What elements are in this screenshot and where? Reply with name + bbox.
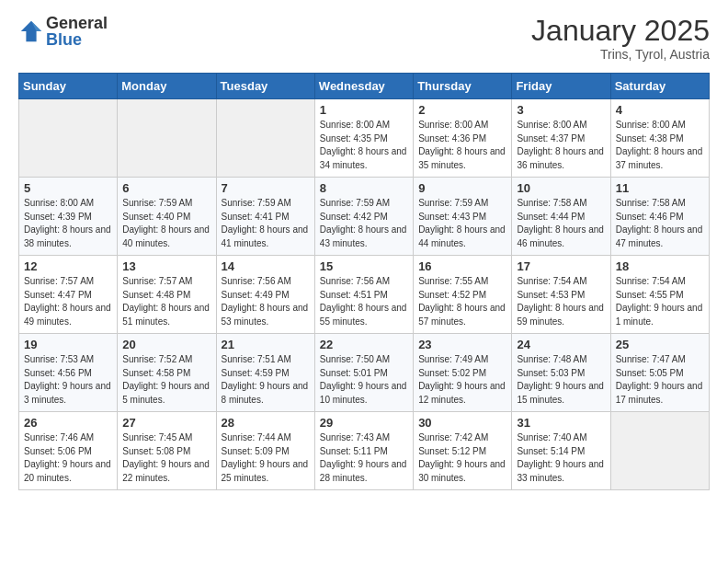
day-info: Sunrise: 7:48 AM Sunset: 5:03 PM Dayligh…: [517, 353, 605, 407]
day-number: 9: [418, 181, 506, 195]
day-info: Sunrise: 8:00 AM Sunset: 4:36 PM Dayligh…: [418, 119, 506, 172]
weekday-thursday: Thursday: [414, 74, 512, 99]
day-info: Sunrise: 7:53 AM Sunset: 4:56 PM Dayligh…: [24, 353, 112, 407]
day-number: 1: [320, 103, 408, 117]
location: Trins, Tyrol, Austria: [531, 47, 710, 62]
day-info: Sunrise: 7:57 AM Sunset: 4:48 PM Dayligh…: [122, 275, 210, 328]
calendar-cell: 22Sunrise: 7:50 AM Sunset: 5:01 PM Dayli…: [314, 334, 413, 412]
calendar-cell: 21Sunrise: 7:51 AM Sunset: 4:59 PM Dayli…: [216, 334, 314, 412]
day-number: 21: [222, 338, 310, 351]
calendar-cell: 19Sunrise: 7:53 AM Sunset: 4:56 PM Dayli…: [19, 334, 118, 412]
calendar-cell: 31Sunrise: 7:40 AM Sunset: 5:14 PM Dayli…: [512, 412, 610, 490]
weekday-header-row: SundayMondayTuesdayWednesdayThursdayFrid…: [19, 74, 710, 99]
calendar-cell: 11Sunrise: 7:58 AM Sunset: 4:46 PM Dayli…: [610, 178, 709, 256]
day-number: 3: [517, 103, 605, 117]
calendar-cell: [216, 99, 314, 178]
calendar-cell: 2Sunrise: 8:00 AM Sunset: 4:36 PM Daylig…: [414, 99, 512, 178]
day-number: 28: [222, 416, 310, 430]
calendar-week-3: 12Sunrise: 7:57 AM Sunset: 4:47 PM Dayli…: [19, 256, 710, 334]
day-info: Sunrise: 7:58 AM Sunset: 4:46 PM Dayligh…: [616, 197, 704, 250]
day-info: Sunrise: 7:42 AM Sunset: 5:12 PM Dayligh…: [418, 431, 506, 485]
day-number: 4: [616, 103, 704, 117]
calendar-cell: 15Sunrise: 7:56 AM Sunset: 4:51 PM Dayli…: [314, 256, 413, 334]
day-number: 26: [24, 416, 112, 430]
day-info: Sunrise: 7:44 AM Sunset: 5:09 PM Dayligh…: [222, 431, 310, 485]
calendar-week-4: 19Sunrise: 7:53 AM Sunset: 4:56 PM Dayli…: [19, 334, 710, 412]
month-title: January 2025: [531, 15, 710, 47]
day-info: Sunrise: 7:46 AM Sunset: 5:06 PM Dayligh…: [24, 431, 112, 485]
day-info: Sunrise: 7:45 AM Sunset: 5:08 PM Dayligh…: [122, 431, 210, 485]
day-number: 2: [418, 103, 506, 117]
day-number: 11: [616, 181, 704, 195]
day-number: 18: [616, 259, 704, 273]
weekday-sunday: Sunday: [19, 74, 118, 99]
day-number: 14: [222, 259, 310, 273]
day-number: 8: [320, 181, 408, 195]
logo: General Blue: [18, 15, 108, 48]
day-info: Sunrise: 7:56 AM Sunset: 4:49 PM Dayligh…: [222, 275, 310, 328]
day-info: Sunrise: 7:59 AM Sunset: 4:43 PM Dayligh…: [418, 197, 506, 250]
weekday-tuesday: Tuesday: [216, 74, 314, 99]
day-info: Sunrise: 8:00 AM Sunset: 4:38 PM Dayligh…: [616, 119, 704, 172]
day-info: Sunrise: 8:00 AM Sunset: 4:37 PM Dayligh…: [517, 119, 605, 172]
day-info: Sunrise: 7:55 AM Sunset: 4:52 PM Dayligh…: [418, 275, 506, 328]
calendar-cell: 8Sunrise: 7:59 AM Sunset: 4:42 PM Daylig…: [314, 178, 413, 256]
calendar-cell: 26Sunrise: 7:46 AM Sunset: 5:06 PM Dayli…: [19, 412, 118, 490]
calendar-cell: 23Sunrise: 7:49 AM Sunset: 5:02 PM Dayli…: [414, 334, 512, 412]
day-number: 25: [616, 338, 704, 351]
day-number: 20: [122, 338, 210, 351]
day-info: Sunrise: 7:54 AM Sunset: 4:55 PM Dayligh…: [616, 275, 704, 328]
day-info: Sunrise: 7:47 AM Sunset: 5:05 PM Dayligh…: [616, 353, 704, 407]
day-number: 31: [517, 416, 605, 430]
title-area: January 2025 Trins, Tyrol, Austria: [531, 15, 710, 62]
day-number: 15: [320, 259, 408, 273]
day-number: 5: [24, 181, 112, 195]
page: General Blue January 2025 Trins, Tyrol, …: [0, 0, 728, 505]
day-number: 7: [222, 181, 310, 195]
calendar-cell: 18Sunrise: 7:54 AM Sunset: 4:55 PM Dayli…: [610, 256, 709, 334]
calendar-cell: 10Sunrise: 7:58 AM Sunset: 4:44 PM Dayli…: [512, 178, 610, 256]
calendar-cell: 28Sunrise: 7:44 AM Sunset: 5:09 PM Dayli…: [216, 412, 314, 490]
calendar-cell: 3Sunrise: 8:00 AM Sunset: 4:37 PM Daylig…: [512, 99, 610, 178]
calendar-cell: 24Sunrise: 7:48 AM Sunset: 5:03 PM Dayli…: [512, 334, 610, 412]
day-number: 30: [418, 416, 506, 430]
weekday-monday: Monday: [118, 74, 216, 99]
calendar-cell: 7Sunrise: 7:59 AM Sunset: 4:41 PM Daylig…: [216, 178, 314, 256]
calendar-cell: 25Sunrise: 7:47 AM Sunset: 5:05 PM Dayli…: [610, 334, 709, 412]
day-info: Sunrise: 7:40 AM Sunset: 5:14 PM Dayligh…: [517, 431, 605, 485]
calendar-cell: 16Sunrise: 7:55 AM Sunset: 4:52 PM Dayli…: [414, 256, 512, 334]
calendar-week-1: 1Sunrise: 8:00 AM Sunset: 4:35 PM Daylig…: [19, 99, 710, 178]
day-info: Sunrise: 8:00 AM Sunset: 4:35 PM Dayligh…: [320, 119, 408, 172]
header: General Blue January 2025 Trins, Tyrol, …: [18, 15, 710, 62]
calendar-cell: [610, 412, 709, 490]
weekday-wednesday: Wednesday: [314, 74, 413, 99]
calendar-cell: 14Sunrise: 7:56 AM Sunset: 4:49 PM Dayli…: [216, 256, 314, 334]
calendar-cell: 30Sunrise: 7:42 AM Sunset: 5:12 PM Dayli…: [414, 412, 512, 490]
calendar-cell: 12Sunrise: 7:57 AM Sunset: 4:47 PM Dayli…: [19, 256, 118, 334]
weekday-friday: Friday: [512, 74, 610, 99]
calendar-cell: 1Sunrise: 8:00 AM Sunset: 4:35 PM Daylig…: [314, 99, 413, 178]
day-info: Sunrise: 7:51 AM Sunset: 4:59 PM Dayligh…: [222, 353, 310, 407]
calendar-cell: [118, 99, 216, 178]
day-number: 23: [418, 338, 506, 351]
calendar-cell: 17Sunrise: 7:54 AM Sunset: 4:53 PM Dayli…: [512, 256, 610, 334]
day-info: Sunrise: 7:59 AM Sunset: 4:41 PM Dayligh…: [222, 197, 310, 250]
day-info: Sunrise: 7:49 AM Sunset: 5:02 PM Dayligh…: [418, 353, 506, 407]
calendar-week-2: 5Sunrise: 8:00 AM Sunset: 4:39 PM Daylig…: [19, 178, 710, 256]
day-info: Sunrise: 7:43 AM Sunset: 5:11 PM Dayligh…: [320, 431, 408, 485]
day-info: Sunrise: 7:59 AM Sunset: 4:40 PM Dayligh…: [122, 197, 210, 250]
day-info: Sunrise: 7:52 AM Sunset: 4:58 PM Dayligh…: [122, 353, 210, 407]
calendar-cell: 20Sunrise: 7:52 AM Sunset: 4:58 PM Dayli…: [118, 334, 216, 412]
day-info: Sunrise: 7:54 AM Sunset: 4:53 PM Dayligh…: [517, 275, 605, 328]
calendar-cell: 9Sunrise: 7:59 AM Sunset: 4:43 PM Daylig…: [414, 178, 512, 256]
day-info: Sunrise: 7:59 AM Sunset: 4:42 PM Dayligh…: [320, 197, 408, 250]
day-number: 29: [320, 416, 408, 430]
day-number: 24: [517, 338, 605, 351]
day-number: 27: [122, 416, 210, 430]
calendar-table: SundayMondayTuesdayWednesdayThursdayFrid…: [18, 73, 710, 490]
calendar-cell: 29Sunrise: 7:43 AM Sunset: 5:11 PM Dayli…: [314, 412, 413, 490]
logo-blue-text: Blue: [46, 31, 108, 48]
day-number: 10: [517, 181, 605, 195]
logo-icon: [18, 18, 44, 44]
day-number: 16: [418, 259, 506, 273]
